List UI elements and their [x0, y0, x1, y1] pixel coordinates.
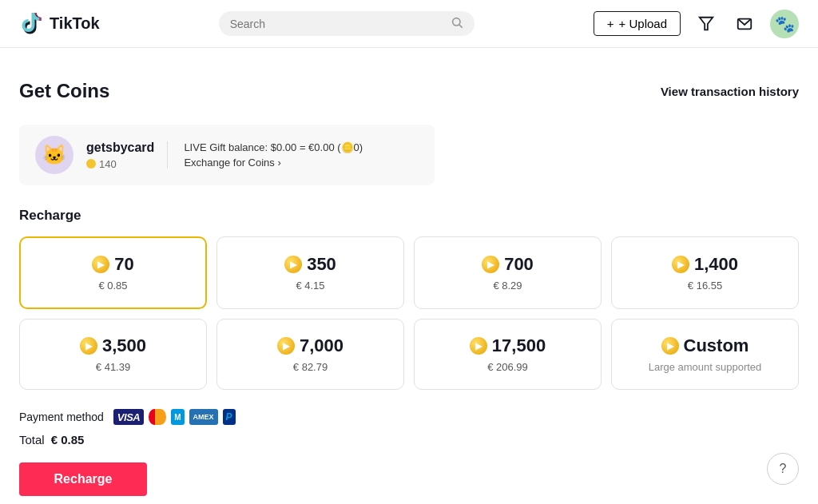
help-button[interactable]: ?: [767, 453, 799, 485]
filter-icon[interactable]: [693, 11, 719, 37]
user-card: 🐱 getsbycard 140 LIVE Gift balance: $0.0…: [19, 125, 435, 185]
coin-dot-icon: [86, 159, 96, 169]
total-amount: € 0.85: [51, 433, 85, 446]
coin-price: € 16.55: [688, 280, 722, 292]
payment-icons: VISA M AMEX P: [113, 409, 236, 425]
coin-tiktok-icon: ▶: [284, 256, 302, 273]
coin-card-700[interactable]: ▶ 700 € 8.29: [414, 236, 602, 309]
maestro-icon: M: [171, 409, 184, 425]
coin-price: € 82.79: [293, 361, 328, 373]
user-balance-info: LIVE Gift balance: $0.00 = €0.00 (🪙0) Ex…: [167, 141, 363, 169]
coin-amount-value: 70: [114, 254, 133, 275]
user-avatar: 🐱: [35, 136, 73, 174]
coin-amount: ▶ Custom: [661, 335, 749, 356]
coin-price: € 41.39: [96, 361, 130, 373]
coin-tiktok-icon: ▶: [672, 256, 689, 273]
coin-amount: ▶ 1,400: [672, 254, 738, 275]
search-input[interactable]: [230, 18, 444, 30]
coin-tiktok-icon: ▶: [92, 256, 109, 273]
coin-card-7000[interactable]: ▶ 7,000 € 82.79: [216, 319, 404, 390]
coin-amount: ▶ 700: [482, 254, 534, 275]
exchange-link[interactable]: Exchange for Coins ›: [184, 157, 363, 169]
header: TikTok + + Upload 🐾: [0, 0, 818, 48]
tiktok-logo-icon: [19, 11, 45, 37]
recharge-section-title: Recharge: [19, 208, 799, 224]
coin-amount-value: 350: [307, 254, 336, 275]
search-icon: [451, 16, 463, 31]
logo: TikTok: [19, 11, 100, 37]
coin-amount: ▶ 17,500: [470, 335, 546, 356]
inbox-icon[interactable]: [732, 11, 757, 37]
coin-count-value: 140: [99, 158, 117, 170]
coin-count: 140: [86, 158, 154, 170]
coin-amount-value: 17,500: [492, 335, 546, 356]
recharge-button[interactable]: Recharge: [19, 462, 147, 496]
logo-text: TikTok: [50, 14, 100, 33]
coin-amount-value: Custom: [684, 335, 749, 356]
coin-card-3500[interactable]: ▶ 3,500 € 41.39: [19, 319, 207, 390]
svg-point-0: [452, 18, 459, 26]
svg-marker-2: [700, 17, 713, 30]
coin-tiktok-icon: ▶: [482, 256, 499, 273]
username: getsbycard: [86, 141, 154, 155]
user-info: getsbycard 140: [86, 141, 154, 170]
svg-line-1: [459, 25, 463, 28]
coin-grid: ▶ 70 € 0.85 ▶ 350 € 4.15 ▶ 700 € 8.29 ▶: [19, 236, 799, 390]
coin-amount-value: 3,500: [102, 335, 146, 356]
coin-amount: ▶ 350: [284, 254, 336, 275]
coin-amount-value: 7,000: [300, 335, 343, 356]
view-history-link[interactable]: View transaction history: [661, 85, 799, 98]
coin-card-70[interactable]: ▶ 70 € 0.85: [19, 236, 207, 309]
coin-tiktok-icon: ▶: [80, 337, 97, 355]
total-row: Total € 0.85: [19, 433, 799, 446]
visa-icon: VISA: [113, 409, 144, 425]
coin-amount-value: 1,400: [694, 254, 738, 275]
coin-amount: ▶ 3,500: [80, 335, 146, 356]
coin-tiktok-icon: ▶: [661, 337, 679, 355]
coin-price: € 206.99: [487, 361, 528, 373]
payment-method-row: Payment method VISA M AMEX P: [19, 409, 799, 425]
coin-price: € 8.29: [493, 280, 522, 292]
main-content: Get Coins View transaction history 🐱 get…: [0, 48, 818, 504]
coin-tiktok-icon: ▶: [470, 337, 487, 355]
avatar[interactable]: 🐾: [770, 10, 799, 38]
coin-tiktok-icon: ▶: [277, 337, 295, 355]
upload-plus-icon: +: [607, 17, 614, 30]
coin-price: € 4.15: [296, 280, 324, 292]
coin-card-custom[interactable]: ▶ Custom Large amount supported: [611, 319, 799, 390]
page-title: Get Coins: [19, 80, 109, 102]
coin-card-17500[interactable]: ▶ 17,500 € 206.99: [414, 319, 602, 390]
total-label: Total: [19, 433, 45, 446]
paypal-icon: P: [223, 409, 236, 425]
payment-label: Payment method: [19, 411, 104, 423]
search-bar: [219, 11, 475, 36]
coin-amount: ▶ 70: [92, 254, 133, 275]
coin-amount-value: 700: [504, 254, 534, 275]
amex-icon: AMEX: [189, 409, 218, 425]
coin-amount: ▶ 7,000: [277, 335, 343, 356]
upload-label: + Upload: [619, 17, 667, 30]
page-header: Get Coins View transaction history: [19, 80, 799, 102]
header-actions: + + Upload 🐾: [594, 10, 799, 38]
live-balance: LIVE Gift balance: $0.00 = €0.00 (🪙0): [184, 141, 363, 153]
coin-custom-label: Large amount supported: [649, 361, 762, 373]
upload-button[interactable]: + + Upload: [594, 11, 681, 36]
mastercard-icon: [149, 409, 166, 425]
coin-price: € 0.85: [98, 280, 127, 292]
coin-card-350[interactable]: ▶ 350 € 4.15: [216, 236, 404, 309]
coin-card-1400[interactable]: ▶ 1,400 € 16.55: [611, 236, 799, 309]
